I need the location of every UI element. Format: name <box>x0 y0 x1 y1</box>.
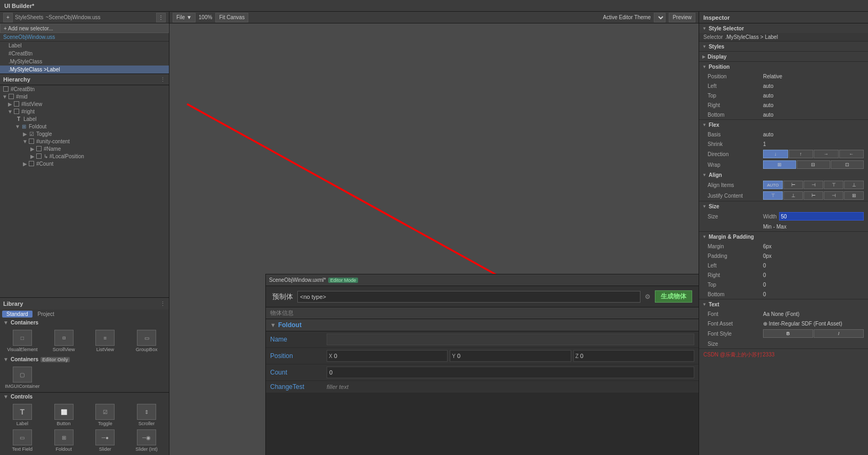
fit-canvas-btn[interactable]: Fit Canvas <box>215 13 248 22</box>
lib-item-ctrl-button[interactable]: ⬜ Button <box>44 403 84 427</box>
count-input[interactable] <box>327 367 694 378</box>
xyz-z[interactable]: Z 0 <box>573 350 694 362</box>
change-test-row: ChangeTest filler text <box>266 381 699 393</box>
position-header[interactable]: ▼ Position <box>699 62 868 71</box>
styles-header[interactable]: ▼ Styles <box>699 42 868 51</box>
lib-category-containers[interactable]: ▼ Containers <box>0 319 169 327</box>
uss-item-label[interactable]: Label <box>0 42 169 50</box>
lib-tab-project[interactable]: Project <box>34 311 59 318</box>
h-item-listview[interactable]: ▶ #listView <box>0 100 169 108</box>
lib-item-scroll-view[interactable]: ⧈ ScrollView <box>44 329 84 353</box>
lib-item-ctrl-label[interactable]: T Label <box>2 403 43 427</box>
xyz-y[interactable]: Y 0 <box>450 350 571 362</box>
wrap-btn-1[interactable]: ⊞ <box>763 160 796 169</box>
lib-item-ctrl-scroller[interactable]: ⇕ Scroller <box>126 403 167 427</box>
text-header[interactable]: ▼ Text <box>699 299 868 309</box>
h-item-right[interactable]: ▼ #right <box>0 108 169 115</box>
plus-btn[interactable]: + <box>3 13 13 22</box>
insp-font-asset-value: ⊕ Inter-Regular SDF (Font Asset) <box>763 321 864 327</box>
lib-item-ctrl-foldout[interactable]: ⊞ Foldout <box>44 428 84 453</box>
h-item-label[interactable]: T Label <box>0 115 169 123</box>
h-arrow-listview: ▶ <box>7 101 13 107</box>
xyz-x[interactable]: X 0 <box>327 350 448 362</box>
margin-padding-section: ▼ Margin & Padding Margin 6px Padding 0p… <box>699 232 868 299</box>
width-input[interactable] <box>779 212 864 221</box>
wrap-btn-3[interactable]: ⊡ <box>831 160 864 169</box>
align-items-btn-4[interactable]: ⊥ <box>844 181 864 189</box>
preview-btn[interactable]: Preview <box>669 13 695 22</box>
theme-select[interactable] <box>654 13 666 22</box>
h-item-localpos[interactable]: ▶ ↳ #LocalPosition <box>0 152 169 160</box>
justify-btn-2[interactable]: ⊥ <box>783 191 803 200</box>
lib-item-visual-element[interactable]: □ VisualElement <box>2 329 43 353</box>
stylesheets-label: StyleSheets <box>15 14 43 20</box>
wrap-btn-2[interactable]: ⊟ <box>797 160 830 169</box>
uss-item-mystyle[interactable]: .MyStyleClass <box>0 58 169 66</box>
name-input[interactable] <box>327 334 694 345</box>
wrap-btn-group: ⊞ ⊟ ⊡ <box>763 160 864 169</box>
uss-file: SceneObjWindow.uss <box>0 33 169 42</box>
direction-btn-1[interactable]: ↓ <box>763 150 788 158</box>
direction-btn-4[interactable]: ← <box>839 150 864 158</box>
align-items-btn-2[interactable]: ⊣ <box>804 181 823 189</box>
lib-item-group-box[interactable]: ▭ GroupBox <box>126 329 167 353</box>
lib-item-ctrl-slider-int[interactable]: ─◉ Slider (Int) <box>126 428 167 453</box>
lib-item-ctrl-text-field[interactable]: ▭ Text Field <box>2 428 43 453</box>
h-item-count[interactable]: ▶ #Count <box>0 160 169 167</box>
no-type-input[interactable] <box>297 291 640 303</box>
h-label-unity-content: #unity-content <box>36 139 70 144</box>
h-item-creatbtn[interactable]: #CreatBtn <box>0 85 169 93</box>
h-item-name[interactable]: ▶ #Name <box>0 145 169 152</box>
h-item-mid[interactable]: ▼ #mid <box>0 93 169 100</box>
justify-btn-5[interactable]: ⊞ <box>844 191 864 200</box>
h-item-foldout[interactable]: ▼ ⊞ Foldout <box>0 123 169 130</box>
library-menu-icon[interactable]: ⋮ <box>160 300 166 307</box>
dots-btn[interactable]: ⋮ <box>156 13 166 22</box>
direction-btn-3[interactable]: → <box>814 150 839 158</box>
editor-mode-badge: Editor Mode <box>328 278 359 283</box>
lib-icon-imgui: ▢ <box>13 367 32 383</box>
foldout-title-row[interactable]: ▼ Foldout <box>266 319 699 331</box>
h-item-toggle[interactable]: ▶ ☑ Toggle <box>0 130 169 137</box>
h-item-unity-content[interactable]: ▼ #unity-content <box>0 137 169 145</box>
uss-item-creatbtn[interactable]: #CreatBtn <box>0 50 169 58</box>
size-header[interactable]: ▼ Size <box>699 201 868 211</box>
lib-tab-standard[interactable]: Standard <box>2 311 33 318</box>
lib-category-controls[interactable]: ▼ Controls <box>0 393 169 401</box>
font-bold-btn[interactable]: B <box>763 329 813 338</box>
canvas-area: SceneObjWindow.uxml* Editor Mode 预制体 ⚙ 生… <box>169 23 699 455</box>
h-arrow-unity-content: ▼ <box>22 139 28 144</box>
align-header[interactable]: ▼ Align <box>699 170 868 180</box>
flex-header[interactable]: ▼ Flex <box>699 120 868 129</box>
uss-item-mystyle-label[interactable]: .MyStyleClass >Label <box>0 66 169 74</box>
margin-padding-header[interactable]: ▼ Margin & Padding <box>699 232 868 241</box>
lib-cat-controls-label: Controls <box>11 394 33 400</box>
z-label: Z <box>574 353 580 359</box>
generate-btn[interactable]: 生成物体 <box>655 290 692 303</box>
align-items-btn-1[interactable]: ⊢ <box>783 181 803 189</box>
align-title: Align <box>709 172 722 178</box>
align-items-btn-3[interactable]: ⊤ <box>824 181 843 189</box>
lib-item-ctrl-slider[interactable]: ─● Slider <box>85 428 126 453</box>
insp-shrink-value: 1 <box>763 141 864 147</box>
left-panel: + StyleSheets ~SceneObjWindow.uss ⋮ + Ad… <box>0 12 169 455</box>
font-italic-btn[interactable]: I <box>814 329 864 338</box>
add-selector-button[interactable]: + Add new selector... <box>0 23 169 33</box>
lib-item-imgui[interactable]: ▢ IMGUIContainer <box>2 365 43 390</box>
justify-btn-3[interactable]: ⊢ <box>804 191 823 200</box>
lib-item-list-view[interactable]: ≡ ListView <box>85 329 126 353</box>
lib-item-ctrl-toggle[interactable]: ☑ Toggle <box>85 403 126 427</box>
settings-icon[interactable]: ⚙ <box>645 293 651 300</box>
hierarchy-menu-icon[interactable]: ⋮ <box>160 76 166 83</box>
display-header[interactable]: ▶ Display <box>699 52 868 61</box>
justify-btn-1[interactable]: ⊤ <box>763 191 783 200</box>
align-items-btn-auto[interactable]: AUTO <box>763 181 783 189</box>
style-selector-header[interactable]: ▼ Style Selector <box>699 23 868 33</box>
lib-label-ctrl-label: Label <box>17 421 28 426</box>
file-menu-btn[interactable]: File ▼ <box>173 13 196 22</box>
justify-btn-4[interactable]: ⊣ <box>824 191 843 200</box>
lib-category-containers-editor[interactable]: ▼ Containers Editor Only <box>0 355 169 363</box>
position-field-label: Position <box>270 352 323 360</box>
direction-btn-2[interactable]: ↑ <box>789 150 814 158</box>
h-arrow-right: ▼ <box>7 109 13 115</box>
